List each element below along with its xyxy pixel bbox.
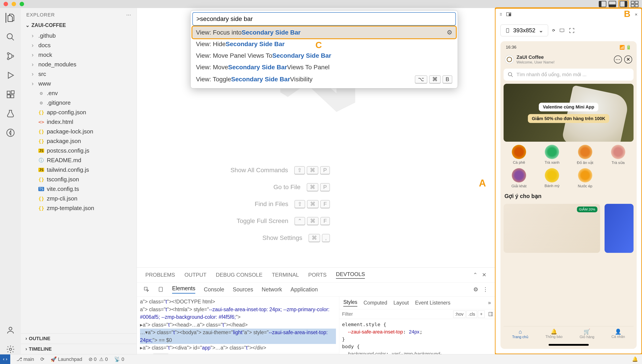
file-row[interactable]: <>index.html [21,117,137,127]
dimensions-selector[interactable]: 393x852 ⌄ [500,24,548,36]
folder-row[interactable]: ›docs [21,40,137,50]
nav-item[interactable]: 👤Cá nhân [611,328,625,339]
panel-maximize-icon[interactable]: ⌃ [473,272,477,278]
folder-row[interactable]: ›mock [21,50,137,60]
styles-subtab[interactable]: Event Listeners [415,300,450,306]
file-row[interactable]: {}package.json [21,136,137,146]
devtools-more-icon[interactable]: ⋮ [483,286,488,293]
toggle-secondary-sidebar-icon[interactable] [620,1,627,7]
devtools-settings-icon[interactable]: ⚙ [473,286,478,293]
devtools-tab[interactable]: Sources [233,286,253,293]
folder-row[interactable]: ›.github [21,31,137,40]
qr-scan-icon[interactable] [569,28,575,34]
palette-item[interactable]: View: Move Secondary Side Bar Views To P… [192,62,456,73]
search-icon[interactable] [6,32,16,42]
file-row[interactable]: {}tsconfig.json [21,175,137,184]
ports-indicator[interactable]: 📡 0 [114,356,124,362]
file-row[interactable]: {}zmp-template.json [21,204,137,213]
panel-close-icon[interactable]: ✕ [482,272,486,278]
elements-tree[interactable]: a"> class="t"><!DOCTYPE html>a"> class="… [137,296,339,353]
timeline-section[interactable]: ›TIMELINE [21,344,137,354]
panel-tab[interactable]: TERMINAL [272,272,299,278]
palette-item[interactable]: View: Hide Secondary Side Bar [192,38,456,50]
category-item[interactable]: Cà phê [503,145,534,165]
customize-layout-icon[interactable] [631,1,638,7]
product-carousel[interactable]: GIẢM 20% [503,204,633,253]
palette-item[interactable]: View: Move Panel Views To Secondary Side… [192,50,456,62]
close-app-icon[interactable]: ✕ [624,56,632,64]
notifications-icon[interactable]: 🔔 [632,356,638,362]
nav-item[interactable]: 🔔Thông báo [545,328,563,339]
file-row[interactable]: {}package-lock.json [21,127,137,136]
styles-toggle[interactable]: + [478,310,485,318]
explorer-more-icon[interactable]: ⋯ [126,12,131,18]
file-row[interactable]: JSpostcss.config.js [21,146,137,156]
git-branch[interactable]: ⎇ main [17,356,34,362]
testing-icon[interactable] [6,109,16,118]
file-row[interactable]: TSvite.config.ts [21,184,137,194]
zalo-icon[interactable] [6,128,16,138]
panel-tab[interactable]: PROBLEMS [145,272,175,278]
palette-item[interactable]: View: Focus into Secondary Side Bar⚙ [192,26,456,38]
problems-indicator[interactable]: ⊘ 0 ⚠ 0 [89,356,108,362]
more-icon[interactable]: ⋯ [614,56,622,64]
devtools-tab[interactable]: Elements [172,285,195,294]
category-item[interactable]: Giải khát [503,168,534,188]
run-debug-icon[interactable] [6,70,16,80]
outline-section[interactable]: ›OUTLINE [21,333,137,344]
folder-row[interactable]: ›www [21,79,137,88]
accounts-icon[interactable] [6,325,16,335]
nav-item[interactable]: ⌂Trang chủ [512,328,528,339]
devtools-tab[interactable]: Network [262,286,282,293]
launchpad-button[interactable]: 🚀 Launchpad [51,356,82,362]
styles-toggle[interactable]: :hov [453,310,466,318]
file-row[interactable]: {}zmp-cli.json [21,194,137,204]
category-item[interactable]: Trà sữa [603,145,633,165]
refresh-icon[interactable]: ⟳ [552,28,555,32]
folder-row[interactable]: ›node_modules [21,60,137,69]
toggle-primary-sidebar-icon[interactable] [599,1,606,7]
panel-tab[interactable]: DEBUG CONSOLE [216,272,262,278]
file-row[interactable]: {}app-config.json [21,108,137,117]
styles-subtab[interactable]: Layout [393,300,409,306]
toggle-computed-icon[interactable] [486,312,495,316]
panel-tab[interactable]: DEVTOOLS [336,271,365,279]
remote-indicator-icon[interactable] [0,354,10,364]
file-row[interactable]: ⓘREADME.md [21,156,137,165]
panel-tab[interactable]: PORTS [308,272,327,278]
panel-tab[interactable]: OUTPUT [184,272,206,278]
styles-toggle[interactable]: .cls [466,310,477,318]
file-row[interactable]: JStailwind.config.js [21,165,137,175]
styles-filter-input[interactable] [339,310,451,319]
toggle-panel-icon[interactable] [608,1,616,7]
styles-subtab[interactable]: Styles [343,299,357,306]
extensions-icon[interactable] [6,90,16,99]
category-item[interactable]: Trà xanh [536,145,567,165]
more-tabs-icon[interactable]: » [488,300,491,306]
devtools-tab[interactable]: Application [290,286,318,293]
category-item[interactable]: Bánh mỳ [536,168,567,188]
device-toggle-icon[interactable] [158,286,164,292]
explorer-icon[interactable] [6,13,16,23]
nav-item[interactable]: 🛒Giỏ hàng [579,328,594,339]
gear-icon[interactable]: ⚙ [447,29,452,36]
folder-row[interactable]: ›src [21,69,137,79]
project-header[interactable]: ⌄ ZAUI-COFFEE [21,20,137,30]
settings-gear-icon[interactable] [6,344,16,354]
product-card[interactable] [604,204,633,253]
file-row[interactable]: ⚙.gitignore [21,98,137,108]
product-card[interactable]: GIẢM 20% [503,204,600,253]
category-item[interactable]: Nước ép [570,168,600,188]
command-input[interactable] [192,12,456,26]
inspect-element-icon[interactable] [144,286,149,292]
zoom-window-icon[interactable] [20,2,24,6]
close-window-icon[interactable] [4,2,8,6]
search-bar[interactable]: Tìm nhanh đồ uống, món mới ... [503,68,633,81]
styles-rules[interactable]: element.style { --zaui-safe-area-inset-t… [339,319,495,359]
palette-item[interactable]: View: Toggle Secondary Side Bar Visibili… [192,73,456,86]
devtools-tab[interactable]: Console [204,286,224,293]
preview-window-icon[interactable] [506,12,512,18]
file-row[interactable]: ⚙.env [21,88,137,98]
minimize-window-icon[interactable] [12,2,16,6]
open-devtools-icon[interactable] [559,28,565,33]
